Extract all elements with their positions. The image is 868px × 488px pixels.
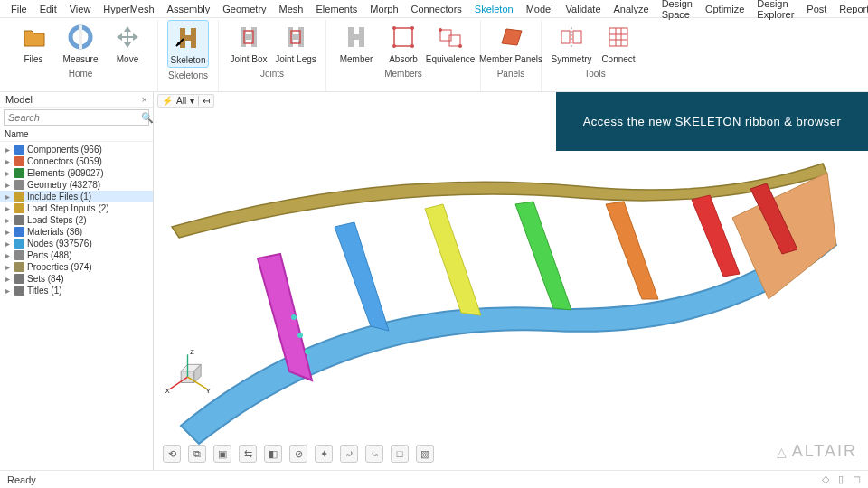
- expand-icon[interactable]: ▸: [4, 215, 12, 225]
- view-button-10[interactable]: ▧: [416, 445, 434, 463]
- menu-report[interactable]: Report: [834, 3, 868, 15]
- tree-item-label: Elements (909027): [27, 168, 104, 178]
- expand-icon[interactable]: ▸: [4, 239, 12, 249]
- tree-item[interactable]: ▸Nodes (937576): [0, 238, 153, 249]
- ribbon-equivalence[interactable]: Equivalence: [429, 20, 471, 66]
- status-icon-0[interactable]: ◇: [822, 474, 829, 485]
- tree-item[interactable]: ▸Sets (84): [0, 273, 153, 285]
- expand-icon[interactable]: ▸: [4, 145, 12, 155]
- menu-file[interactable]: File: [5, 3, 33, 15]
- menu-optimize[interactable]: Optimize: [700, 3, 750, 15]
- menu-assembly[interactable]: Assembly: [162, 3, 216, 15]
- tree-item[interactable]: ▸Include Files (1): [0, 191, 153, 202]
- brand-logo: △ ALTAIR: [777, 442, 857, 461]
- view-button-8[interactable]: ⤿: [365, 445, 383, 463]
- tree-item[interactable]: ▸Connectors (5059): [0, 155, 153, 167]
- svg-point-21: [392, 44, 396, 48]
- ribbon-connect[interactable]: Connect: [598, 20, 639, 66]
- expand-icon[interactable]: ▸: [4, 227, 12, 237]
- view-button-5[interactable]: ⊘: [289, 445, 307, 463]
- chevron-down-icon[interactable]: ▾: [190, 96, 194, 106]
- member-icon: [341, 22, 372, 52]
- ribbon-item-label: Files: [24, 54, 42, 64]
- ribbon-files[interactable]: Files: [13, 20, 54, 66]
- status-icon-1[interactable]: ▯: [838, 474, 844, 485]
- ribbon-move[interactable]: Move: [107, 20, 148, 66]
- menu-geometry[interactable]: Geometry: [217, 3, 271, 15]
- menu-validate[interactable]: Validate: [561, 3, 607, 15]
- expand-icon[interactable]: ▸: [4, 203, 12, 213]
- ribbon-member-panels[interactable]: Member Panels: [490, 20, 532, 66]
- search-input-wrap[interactable]: 🔍: [4, 109, 149, 126]
- tree-item[interactable]: ▸Components (966): [0, 144, 153, 155]
- view-button-1[interactable]: ⧉: [188, 445, 206, 463]
- filter-bar[interactable]: ⚡ All ▾ ↤: [157, 94, 214, 108]
- view-button-7[interactable]: ⤾: [340, 445, 358, 463]
- status-bar: Ready ◇▯◻: [0, 470, 868, 488]
- svg-point-19: [392, 26, 396, 30]
- menu-connectors[interactable]: Connectors: [406, 3, 467, 15]
- view-button-4[interactable]: ◧: [264, 445, 282, 463]
- expand-icon[interactable]: ▸: [4, 286, 12, 296]
- ribbon-item-label: Absorb: [389, 54, 418, 64]
- expand-icon[interactable]: ▸: [4, 192, 12, 202]
- ribbon-member[interactable]: Member: [335, 20, 377, 66]
- tree-item[interactable]: ▸Elements (909027): [0, 167, 153, 179]
- category-icon: [14, 262, 24, 272]
- search-input[interactable]: [5, 110, 137, 125]
- ribbon-symmetry[interactable]: Symmetry: [551, 20, 592, 66]
- view-button-9[interactable]: □: [391, 445, 409, 463]
- absorb-icon: [388, 22, 419, 52]
- tree-column-header: Name: [0, 127, 153, 142]
- tree-item[interactable]: ▸Load Step Inputs (2): [0, 202, 153, 214]
- expand-icon[interactable]: ▸: [4, 180, 12, 190]
- menu-morph[interactable]: Morph: [364, 3, 403, 15]
- view-button-0[interactable]: ⟲: [163, 445, 181, 463]
- tree-item[interactable]: ▸Titles (1): [0, 285, 153, 296]
- menu-view[interactable]: View: [64, 3, 97, 15]
- mpanel-icon: [495, 22, 526, 52]
- joint-icon: [233, 22, 264, 52]
- menu-design-space[interactable]: Design Space: [656, 0, 698, 21]
- symmetry-icon: [556, 22, 587, 52]
- ribbon-joint-box[interactable]: Joint Box: [228, 20, 269, 66]
- menu-edit[interactable]: Edit: [34, 3, 62, 15]
- menu-model[interactable]: Model: [521, 3, 559, 15]
- menu-skeleton[interactable]: Skeleton: [469, 3, 519, 15]
- expand-icon[interactable]: ▸: [4, 168, 12, 178]
- menu-post[interactable]: Post: [801, 3, 832, 15]
- menu-analyze[interactable]: Analyze: [609, 3, 655, 15]
- view-button-3[interactable]: ⇆: [239, 445, 257, 463]
- ribbon-measure[interactable]: Measure: [60, 20, 101, 66]
- filter-prev-icon[interactable]: ↤: [198, 96, 210, 106]
- menu-bar: FileEditViewHyperMeshAssemblyGeometryMes…: [0, 0, 868, 18]
- tree-item[interactable]: ▸Properties (974): [0, 261, 153, 273]
- expand-icon[interactable]: ▸: [4, 262, 12, 272]
- expand-icon[interactable]: ▸: [4, 156, 12, 166]
- expand-icon[interactable]: ▸: [4, 250, 12, 260]
- ribbon-skeleton[interactable]: Skeleton: [167, 20, 209, 68]
- joint-icon: [280, 22, 311, 52]
- ribbon-item-label: Measure: [63, 54, 99, 64]
- view-button-2[interactable]: ▣: [213, 445, 231, 463]
- close-icon[interactable]: ×: [142, 94, 147, 105]
- tree-item[interactable]: ▸Parts (488): [0, 249, 153, 261]
- menu-design-explorer[interactable]: Design Explorer: [751, 0, 799, 21]
- tree-item[interactable]: ▸Load Steps (2): [0, 214, 153, 226]
- menu-mesh[interactable]: Mesh: [274, 3, 309, 15]
- tree-item[interactable]: ▸Geometry (43278): [0, 179, 153, 191]
- category-icon: [14, 145, 24, 155]
- tree-item[interactable]: ▸Materials (36): [0, 226, 153, 238]
- menu-elements[interactable]: Elements: [311, 3, 363, 15]
- view-button-6[interactable]: ✦: [315, 445, 333, 463]
- expand-icon[interactable]: ▸: [4, 274, 12, 284]
- menu-hypermesh[interactable]: HyperMesh: [98, 3, 159, 15]
- status-icon-2[interactable]: ◻: [853, 474, 861, 485]
- ribbon-item-label: Joint Legs: [275, 54, 316, 64]
- tree-item-label: Include Files (1): [27, 192, 91, 202]
- ribbon-joint-legs[interactable]: Joint Legs: [275, 20, 316, 66]
- ribbon-absorb[interactable]: Absorb: [382, 20, 424, 66]
- ribbon-group-panels: Member PanelsPanels: [481, 20, 542, 91]
- axis-gizmo[interactable]: Z X Y: [163, 348, 212, 398]
- viewport[interactable]: ⚡ All ▾ ↤ Access the new SKELETON ribbon…: [154, 92, 868, 470]
